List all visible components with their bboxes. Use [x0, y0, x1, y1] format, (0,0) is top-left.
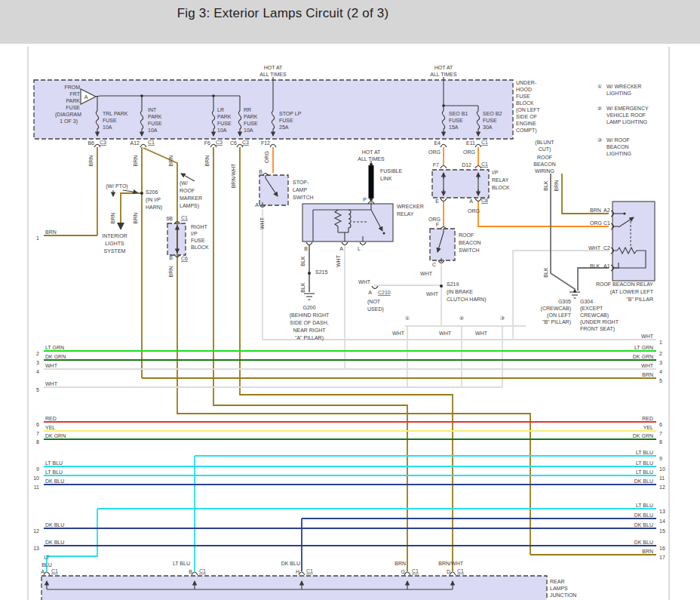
label-c3: C3 [242, 140, 249, 145]
row-color-right-12: DK BLU [634, 478, 653, 484]
label-brn: BRN [395, 561, 406, 566]
label-behind-right: (BEHIND RIGHT [290, 312, 330, 318]
splice-s206-dot [140, 192, 143, 195]
label-blk: BLK [543, 180, 548, 191]
label-a: A [255, 202, 259, 208]
row-number-right-5: 5 [659, 378, 662, 383]
label-all-times: ALL TIMES [430, 72, 457, 77]
diagram-page: Fig 3: Exterior Lamps Circuit (2 of 3) [0, 0, 700, 600]
row-color-right-4: WHT [641, 363, 654, 368]
row-color-right-5: BRN [642, 372, 653, 377]
row-number-right-15: 15 [659, 528, 665, 534]
label-under: UNDER- [516, 80, 537, 85]
label-e: E [435, 198, 439, 204]
label-beacon: BEACON [533, 162, 556, 167]
row-number-left-7: 7 [36, 431, 39, 436]
row-color-right-11: LT BLU [636, 469, 653, 475]
label-1-of-3: 1 OF 3) [60, 118, 78, 125]
label-used: USED) [367, 306, 384, 312]
row-color-left-4: WHT [45, 363, 58, 368]
splice-s219-dot [440, 285, 443, 288]
label-a-pillar: "A" PILLAR) [295, 335, 324, 341]
label-wht: WHT [392, 331, 405, 336]
label-frt: FRT [70, 91, 81, 97]
label-seo-b1: SEO B1 [449, 111, 468, 116]
label-org: ORG [590, 220, 602, 226]
label-block: BLOCK [492, 185, 510, 190]
label-lt-blu: LT BLU [173, 561, 190, 566]
label-brn: BRN [88, 155, 94, 167]
label-f12: F12 [261, 140, 270, 146]
label-trl-park: TRL PARK [103, 111, 128, 116]
row-number-right-6: 6 [659, 422, 662, 427]
label-f: F [436, 222, 439, 227]
row-color-right-8: DK GRN [633, 433, 653, 438]
row-number-right-17: 17 [659, 555, 665, 560]
row-color-left-9: LT BLU [45, 460, 63, 466]
label-blunt: (BLUNT [535, 140, 554, 146]
row-color-right-2: LT GRN [634, 345, 653, 350]
label-beacon: BEACON [459, 240, 481, 245]
label-compt: COMPT) [516, 128, 537, 134]
row-number-right-14: 14 [659, 518, 665, 524]
label-block: BLOCK [191, 245, 209, 250]
label-g: G [401, 569, 405, 574]
label-b: B [189, 569, 192, 574]
row-color-left-10: LT BLU [45, 469, 63, 475]
row-number-right-1: 1 [659, 340, 662, 345]
label-under-right: (UNDER RIGHT [580, 319, 619, 325]
label-c2: C2 [603, 245, 610, 251]
label-wht: WHT [336, 254, 341, 267]
row-number-right-9: 9 [659, 456, 662, 461]
label-hot-at: HOT AT [362, 149, 381, 155]
row-color-right-16: DK BLU [634, 540, 653, 545]
label-g200: G200 [302, 305, 315, 310]
label-system: SYSTEM [104, 248, 126, 254]
row-number-right-2: 2 [659, 351, 662, 356]
label-brn-wht: BRN/WHT [231, 163, 236, 188]
label-fuse: FUSE [191, 238, 205, 243]
label-stop-lp: STOP LP [279, 111, 302, 116]
row-number-left-8: 8 [36, 439, 39, 445]
label-25a: 25A [279, 125, 289, 130]
label-hot-at: HOT AT [434, 65, 453, 70]
label-brn: BRN [133, 213, 138, 224]
label-c6: C6 [230, 140, 237, 146]
label-cut: CUT) [539, 146, 551, 152]
label-txt: ③ [597, 137, 602, 143]
label-seo-b2: SEO B2 [483, 111, 502, 116]
label-s219: S219 [447, 282, 459, 287]
label-org: ORG [468, 208, 480, 214]
label-c6: C6 [181, 256, 188, 261]
label-wht: WHT [475, 331, 488, 336]
row-number-left-5: 5 [36, 387, 39, 392]
label-fuse: FUSE [244, 121, 258, 126]
label-interior: INTERIOR [102, 233, 127, 238]
label-b-pillar: "B" PILLAR [626, 297, 653, 302]
label-fuse: FUSE [279, 118, 293, 123]
label-lights: LIGHTS [105, 241, 124, 246]
label-front-seat: FRONT SEAT) [580, 326, 615, 332]
label-side-of-dash: SIDE OF DASH, [290, 320, 328, 325]
fusible-link-bar [369, 165, 374, 198]
row-number-left-3: 3 [36, 360, 39, 365]
label-txt: ② [459, 315, 464, 321]
row-color-right-13: LT BLU [636, 503, 653, 508]
label-c1: C1 [51, 568, 58, 574]
label-harn: HARN) [146, 205, 162, 211]
label-txt: ③ [500, 315, 505, 321]
label-hot-at: HOT AT [264, 65, 283, 70]
label-b6: B6 [88, 140, 94, 146]
label-rr: RR [244, 107, 251, 112]
row-color-right-10: LT BLU [636, 460, 653, 466]
row-color-left-13: DK BLU [45, 540, 64, 545]
row-number-right-4: 4 [659, 369, 662, 374]
label-park: PARK [217, 114, 232, 119]
label-g305: G305 [558, 299, 571, 304]
label-blk: BLK [590, 263, 600, 269]
label-crewcab: CREWCAB) [580, 312, 609, 318]
roof-beacon-switch-box [430, 229, 455, 260]
label-all-times: ALL TIMES [358, 156, 385, 162]
label-c3: C3 [216, 140, 223, 145]
label-f7: F7 [433, 162, 439, 168]
